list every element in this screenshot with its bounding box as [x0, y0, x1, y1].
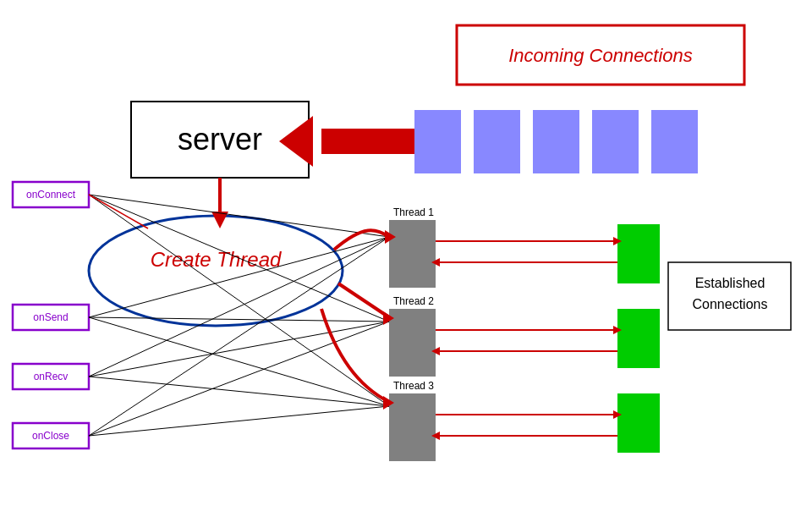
blue-block-3: [533, 110, 579, 173]
blue-block-2: [474, 110, 520, 173]
green-block-1: [617, 224, 660, 283]
on-close-label: onClose: [32, 430, 69, 442]
incoming-arrow-body: [321, 129, 414, 154]
thread2-block: [389, 309, 436, 377]
blue-block-1: [414, 110, 461, 173]
onconnect-to-ellipse: [89, 195, 148, 228]
diagram: Incoming Connections server Create Threa…: [0, 0, 812, 517]
green-block-2: [617, 309, 660, 368]
green-block-3: [617, 393, 660, 453]
thread1-label: Thread 1: [393, 206, 434, 218]
ellipse-to-t2-curve: [338, 283, 389, 317]
recv-to-t3: [89, 377, 389, 406]
recv-to-t2: [89, 322, 389, 377]
established-connections-box: [668, 262, 791, 330]
create-thread-ellipse: [89, 216, 343, 326]
blue-block-4: [592, 110, 639, 173]
incoming-connections-label: Incoming Connections: [508, 45, 693, 66]
on-connect-label: onConnect: [26, 189, 76, 201]
thread3-label: Thread 3: [393, 380, 434, 392]
server-label: server: [178, 122, 262, 157]
on-send-label: onSend: [33, 311, 68, 323]
thread2-label: Thread 2: [393, 295, 434, 307]
close-to-t2: [89, 322, 389, 436]
close-to-t3: [89, 406, 389, 436]
blue-block-5: [651, 110, 698, 173]
thread3-block: [389, 393, 436, 461]
established-connections-label-2: Connections: [693, 297, 768, 311]
established-connections-label-1: Established: [695, 276, 765, 290]
ellipse-to-t3-curve: [321, 309, 389, 402]
thread1-block: [389, 220, 436, 288]
ellipse-to-t1-curve: [334, 230, 389, 250]
on-recv-label: onRecv: [34, 371, 69, 382]
